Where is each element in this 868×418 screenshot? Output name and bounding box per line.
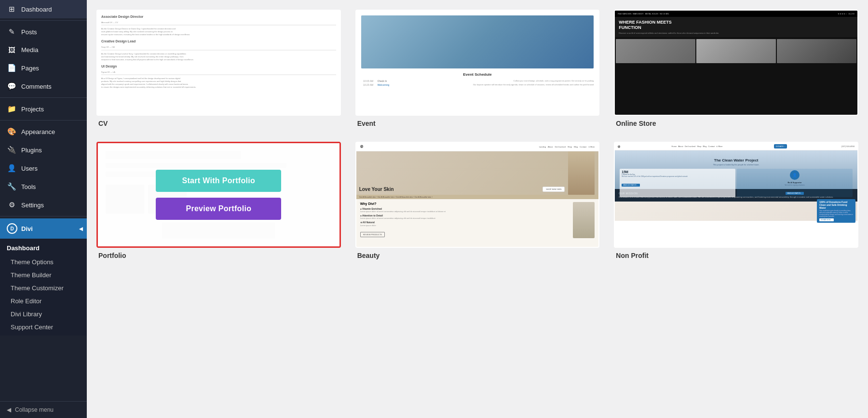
event-label: Event [355, 120, 600, 127]
divi-logo-icon: D [7, 223, 17, 234]
card-event: Event Schedule 10:03 AM Check In Collect… [355, 10, 600, 127]
beauty-label: Beauty [355, 252, 600, 259]
beauty-nav-logo: ⓓ [360, 145, 363, 149]
sidebar-item-theme-customizer[interactable]: Theme Customizer [0, 282, 87, 295]
sidebar-item-label: Settings [21, 202, 44, 209]
sidebar-item-label: Comments [21, 83, 52, 90]
sidebar-item-users[interactable]: 👤 Users [0, 159, 87, 177]
card-portfolio: Start With Portfolio Preview Portfolio P… [96, 142, 341, 259]
online-store-preview-card[interactable]: R&E KARLSEN MAIN BODY METAL SOLES NO 16 … [614, 10, 858, 116]
tools-icon: 🔧 [7, 182, 16, 191]
sidebar-item-dashboard[interactable]: ⊞ Dashboard [0, 0, 87, 18]
divi-dashboard-label[interactable]: Dashboard [0, 241, 87, 256]
sidebar-divider-2 [0, 97, 87, 98]
cv-label: CV [96, 120, 341, 127]
settings-icon: ⚙ [7, 201, 16, 209]
collapse-menu-button[interactable]: ◀ Collapse menu [0, 401, 87, 418]
sidebar-item-label: Pages [21, 65, 39, 72]
sidebar-item-theme-options[interactable]: Theme Options [0, 256, 87, 269]
sidebar-item-posts[interactable]: ✎ Posts [0, 23, 87, 41]
sidebar-item-divi-library[interactable]: Divi Library [0, 308, 87, 321]
online-store-label: Online Store [614, 120, 858, 127]
beauty-preview-card[interactable]: ⓓ LandingAboutGet InvolvedShopBlogContac… [355, 142, 600, 248]
dashboard-icon: ⊞ [7, 5, 16, 13]
collapse-label: Collapse menu [15, 406, 54, 413]
sidebar-divider-1 [0, 20, 87, 21]
sidebar-item-pages[interactable]: 📄 Pages [0, 59, 87, 77]
template-grid: Associate Design Director Microsoft UX —… [96, 10, 858, 259]
card-non-profit: ⓓ HomeAboutGet InvolvedShopBlogContact⚹ … [614, 142, 858, 259]
portfolio-label: Portfolio [96, 252, 341, 259]
beauty-nav-links: LandingAboutGet InvolvedShopBlogContact⚹… [539, 146, 595, 148]
sidebar-item-label: Tools [21, 183, 36, 190]
event-preview-card[interactable]: Event Schedule 10:03 AM Check In Collect… [355, 10, 600, 116]
non-profit-preview-card[interactable]: ⓓ HomeAboutGet InvolvedShopBlogContact⚹ … [614, 142, 858, 248]
card-cv: Associate Design Director Microsoft UX —… [96, 10, 341, 127]
sidebar-item-label: Projects [21, 106, 44, 113]
sidebar-item-tools[interactable]: 🔧 Tools [0, 177, 87, 196]
portfolio-preview-card[interactable]: Start With Portfolio Preview Portfolio [96, 142, 341, 248]
sidebar-divider-3 [0, 120, 87, 121]
np-nav-links: HomeAboutGet InvolvedShopBlogContact⚹ Mo… [672, 145, 723, 148]
sidebar-item-appearance[interactable]: 🎨 Appearance [0, 122, 87, 141]
sidebar-item-projects[interactable]: 📁 Projects [0, 100, 87, 118]
sidebar-item-support-center[interactable]: Support Center [0, 321, 87, 334]
sidebar-item-settings[interactable]: ⚙ Settings [0, 196, 87, 214]
sidebar-item-divi[interactable]: D Divi [0, 218, 87, 239]
comments-icon: 💬 [7, 82, 16, 91]
sidebar-item-theme-builder[interactable]: Theme Builder [0, 269, 87, 282]
card-online-store: R&E KARLSEN MAIN BODY METAL SOLES NO 16 … [614, 10, 858, 127]
sidebar-item-label: Appearance [21, 128, 55, 135]
appearance-icon: 🎨 [7, 127, 16, 136]
np-donate-nav-btn[interactable]: DONATE ↑ [774, 144, 787, 148]
sidebar-item-label: Plugins [21, 147, 42, 154]
sidebar-item-role-editor[interactable]: Role Editor [0, 295, 87, 308]
pages-icon: 📄 [7, 64, 16, 72]
sidebar-item-label: Users [21, 165, 38, 172]
main-content: Associate Design Director Microsoft UX —… [87, 0, 868, 418]
users-icon: 👤 [7, 164, 16, 173]
np-nav-logo: ⓓ [618, 145, 620, 148]
non-profit-label: Non Profit [614, 252, 858, 259]
sidebar-item-plugins[interactable]: 🔌 Plugins [0, 141, 87, 159]
start-with-portfolio-button[interactable]: Start With Portfolio [156, 170, 281, 192]
projects-icon: 📁 [7, 105, 16, 113]
sidebar-item-label: Media [21, 46, 38, 54]
media-icon: 🖼 [7, 46, 16, 54]
posts-icon: ✎ [7, 27, 16, 36]
card-beauty: ⓓ LandingAboutGet InvolvedShopBlogContac… [355, 142, 600, 259]
sidebar-divider-4 [0, 216, 87, 216]
portfolio-overlay: Start With Portfolio Preview Portfolio [98, 143, 339, 246]
plugins-icon: 🔌 [7, 146, 16, 154]
divi-sub-menu: Dashboard Theme Options Theme Builder Th… [0, 239, 87, 336]
preview-portfolio-button[interactable]: Preview Portfolio [156, 198, 281, 220]
sidebar-item-label: Posts [21, 28, 37, 36]
cv-preview-card[interactable]: Associate Design Director Microsoft UX —… [96, 10, 341, 116]
sidebar: ⊞ Dashboard ✎ Posts 🖼 Media 📄 Pages 💬 Co… [0, 0, 87, 418]
sidebar-item-label: Dashboard [21, 6, 52, 13]
sidebar-item-media[interactable]: 🖼 Media [0, 41, 87, 59]
sidebar-item-comments[interactable]: 💬 Comments [0, 77, 87, 95]
sidebar-divi-label: Divi [21, 225, 33, 232]
collapse-icon: ◀ [7, 406, 11, 413]
